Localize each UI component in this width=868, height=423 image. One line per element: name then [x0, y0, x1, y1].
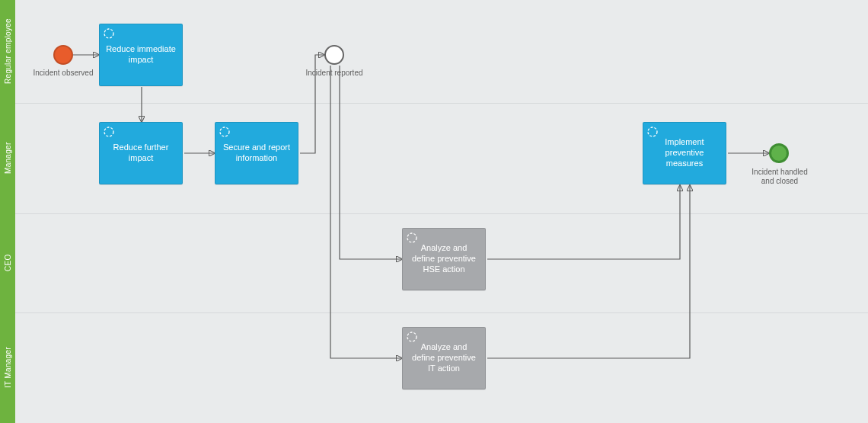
svg-point-0 — [104, 29, 113, 38]
svg-point-5 — [648, 127, 657, 136]
lane-tab-it-manager[interactable]: IT Manager — [0, 312, 15, 423]
task-label: Analyze and define preventive IT action — [409, 342, 479, 373]
lane-separator — [0, 103, 868, 104]
lane-separator — [0, 213, 868, 214]
task-label: Secure and report information — [222, 143, 292, 164]
task-label: Implement preventive measures — [649, 137, 720, 168]
svg-point-3 — [407, 233, 416, 242]
lane-separator — [0, 312, 868, 313]
subprocess-icon — [219, 126, 231, 138]
lane-tab-manager[interactable]: Manager — [0, 103, 15, 213]
lane-tab-ceo[interactable]: CEO — [0, 213, 15, 312]
task-label: Reduce immediate impact — [106, 44, 176, 66]
task-label: Analyze and define preventive HSE action — [409, 243, 479, 274]
subprocess-icon — [406, 232, 418, 244]
intermediate-event-label: Incident reported — [300, 69, 369, 78]
task-reduce-further-impact[interactable]: Reduce further impact — [99, 122, 183, 184]
task-implement-preventive-measures[interactable]: Implement preventive measures — [643, 122, 726, 184]
svg-point-2 — [220, 127, 229, 136]
intermediate-event-incident-reported[interactable] — [324, 45, 344, 65]
end-event-label: Incident handled and closed — [745, 168, 814, 185]
task-secure-report-information[interactable]: Secure and report information — [215, 122, 298, 184]
diagram-canvas: Regular employee Manager CEO IT Manager … — [0, 0, 868, 423]
subprocess-icon — [103, 126, 115, 138]
lane-tab-regular-employee[interactable]: Regular employee — [0, 0, 15, 103]
task-analyze-hse-action[interactable]: Analyze and define preventive HSE action — [402, 228, 486, 290]
subprocess-icon — [406, 331, 418, 343]
task-analyze-it-action[interactable]: Analyze and define preventive IT action — [402, 327, 486, 389]
svg-point-4 — [407, 332, 416, 341]
end-event-incident-closed[interactable] — [769, 143, 789, 163]
start-event-incident-observed[interactable] — [53, 45, 73, 65]
svg-point-1 — [104, 127, 113, 136]
subprocess-icon — [646, 126, 659, 138]
subprocess-icon — [103, 27, 115, 40]
task-label: Reduce further impact — [106, 143, 176, 164]
task-reduce-immediate-impact[interactable]: Reduce immediate impact — [99, 24, 183, 86]
start-event-label: Incident observed — [29, 69, 97, 78]
